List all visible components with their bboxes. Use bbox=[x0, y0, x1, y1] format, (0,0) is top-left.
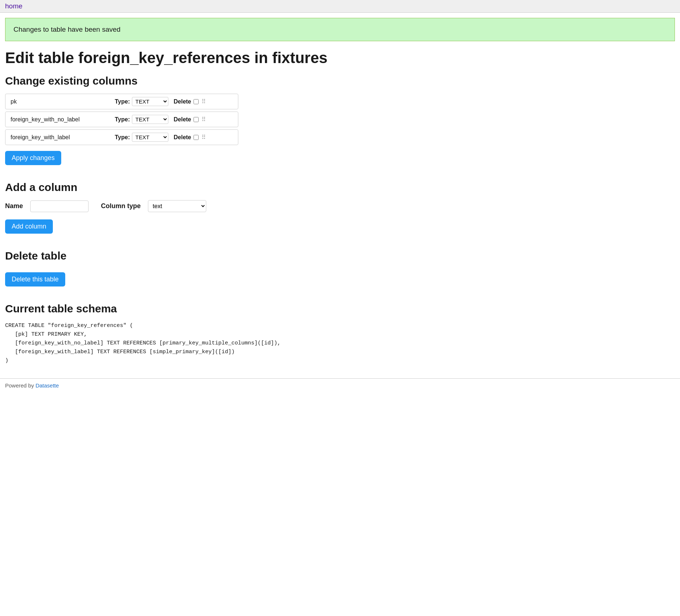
schema-code: CREATE TABLE "foreign_key_references" ( … bbox=[5, 321, 675, 365]
type-label: Type: bbox=[115, 98, 130, 105]
delete-label: Delete bbox=[173, 116, 191, 123]
current-schema-section: Current table schema CREATE TABLE "forei… bbox=[5, 303, 675, 365]
add-column-heading: Add a column bbox=[5, 181, 675, 194]
home-link[interactable]: home bbox=[5, 2, 23, 10]
drag-handle-icon[interactable]: ⠿ bbox=[202, 134, 206, 141]
add-column-form: Name Column type textintegerrealblob bbox=[5, 200, 675, 212]
delete-label: Delete bbox=[173, 134, 191, 141]
column-type-select[interactable]: textintegerrealblob bbox=[148, 200, 206, 212]
delete-table-section: Delete table Delete this table bbox=[5, 250, 675, 295]
column-row: Type:TEXTINTEGERREALBLOBDelete⠿ bbox=[5, 94, 238, 109]
new-column-name-input[interactable] bbox=[30, 200, 89, 212]
apply-changes-button[interactable]: Apply changes bbox=[5, 151, 61, 165]
change-columns-section: Change existing columns Type:TEXTINTEGER… bbox=[5, 75, 675, 173]
type-label: Type: bbox=[115, 134, 130, 141]
datasette-link[interactable]: Datasette bbox=[35, 382, 59, 389]
success-banner: Changes to table have been saved bbox=[5, 18, 675, 41]
type-select[interactable]: TEXTINTEGERREALBLOB bbox=[132, 133, 168, 142]
type-select[interactable]: TEXTINTEGERREALBLOB bbox=[132, 97, 168, 106]
success-message: Changes to table have been saved bbox=[13, 26, 121, 33]
delete-label: Delete bbox=[173, 98, 191, 105]
column-name-input[interactable] bbox=[9, 116, 111, 124]
delete-table-button[interactable]: Delete this table bbox=[5, 272, 65, 286]
name-label: Name bbox=[5, 202, 23, 210]
column-type-label: Column type bbox=[101, 202, 141, 210]
footer: Powered by Datasette bbox=[0, 378, 680, 392]
navbar: home bbox=[0, 0, 680, 13]
current-schema-heading: Current table schema bbox=[5, 303, 675, 315]
delete-checkbox[interactable] bbox=[194, 117, 199, 122]
powered-by-text: Powered by bbox=[5, 382, 35, 389]
column-row: Type:TEXTINTEGERREALBLOBDelete⠿ bbox=[5, 129, 238, 145]
add-column-section: Add a column Name Column type textintege… bbox=[5, 181, 675, 242]
column-row: Type:TEXTINTEGERREALBLOBDelete⠿ bbox=[5, 112, 238, 127]
delete-checkbox[interactable] bbox=[194, 99, 199, 104]
add-column-button[interactable]: Add column bbox=[5, 219, 53, 234]
page-title: Edit table foreign_key_references in fix… bbox=[5, 49, 675, 67]
type-label: Type: bbox=[115, 116, 130, 123]
delete-checkbox[interactable] bbox=[194, 135, 199, 140]
drag-handle-icon[interactable]: ⠿ bbox=[202, 116, 206, 123]
column-name-input[interactable] bbox=[9, 98, 111, 106]
main-content: Changes to table have been saved Edit ta… bbox=[0, 13, 680, 378]
drag-handle-icon[interactable]: ⠿ bbox=[202, 98, 206, 105]
column-name-input[interactable] bbox=[9, 133, 111, 141]
change-columns-heading: Change existing columns bbox=[5, 75, 675, 87]
type-select[interactable]: TEXTINTEGERREALBLOB bbox=[132, 115, 168, 124]
columns-container: Type:TEXTINTEGERREALBLOBDelete⠿Type:TEXT… bbox=[5, 94, 675, 145]
delete-table-heading: Delete table bbox=[5, 250, 675, 262]
